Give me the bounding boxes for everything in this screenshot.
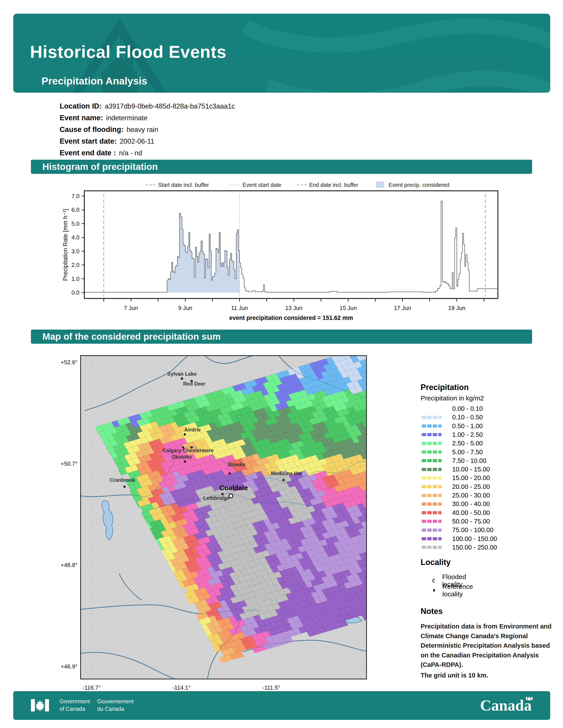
section-histogram-title: Histogram of precipitation (31, 160, 532, 174)
legend-swatch-icon (422, 442, 446, 445)
city-label: Okotoks (171, 454, 192, 460)
city-label: Coaldale (219, 484, 248, 492)
x-tick-label: 13 Jun (285, 305, 303, 311)
hist-legend-label: End date incl. buffer (309, 182, 358, 188)
page-title: Historical Flood Events (30, 42, 226, 62)
canada-wordmark: Canada (480, 696, 533, 714)
report-header: Historical Flood Events Precipitation An… (13, 14, 550, 93)
legend-range-label: 2.50 - 5.00 (452, 440, 483, 447)
notes-title: Notes (421, 607, 443, 616)
legend-range-label: 0.00 - 0.10 (452, 405, 483, 412)
x-tick-label: 15 Jun (340, 305, 357, 311)
meta-value: a3917db9-0beb-485d-828a-ba751c3aaa1c (105, 102, 235, 110)
legend-range-label: 10.00 - 15.00 (452, 466, 490, 473)
map-legend-entry: 15.00 - 20.00 (422, 474, 490, 482)
footer-gov-en: Government of Canada (60, 698, 90, 713)
legend-range-label: 1.00 - 2.50 (452, 431, 483, 438)
meta-row: Cause of flooding:heavy rain (60, 125, 158, 134)
map-legend-entry: 0.50 - 1.00 (422, 422, 483, 430)
lon-tick-label: -111.5° (262, 684, 280, 691)
x-tick-label: 9 Jun (178, 305, 192, 311)
legend-range-label: 5.00 - 7.50 (452, 448, 483, 456)
legend-range-label: 150.00 - 250.00 (452, 544, 497, 551)
reference-locality-marker (283, 479, 285, 481)
reference-locality-icon (432, 588, 435, 593)
legend-swatch-icon (422, 450, 446, 454)
y-axis-label: Precipitation Rate [mm h⁻¹] (62, 209, 69, 281)
legend-range-label: 100.00 - 150.00 (452, 535, 497, 542)
footer-gov-fr: Gouvernement du Canada (97, 698, 133, 713)
legend-swatch-icon (422, 433, 446, 436)
lat-tick-label: +48.8° (61, 562, 77, 568)
legend-swatch-icon (422, 468, 446, 471)
legend-range-label: 50.00 - 75.00 (452, 518, 490, 525)
locality-label: Reference locality (443, 583, 475, 598)
meta-row: Event name:indeterminate (60, 114, 147, 122)
meta-row: Location ID:a3917db9-0beb-485d-828a-ba75… (60, 102, 235, 110)
y-tick-label: 1.0 (71, 276, 79, 282)
locality-entry: Reference locality (432, 583, 475, 598)
legend-range-label: 25.00 - 30.00 (452, 492, 490, 499)
city-label: Sylvan Lake (167, 371, 197, 377)
y-tick-label: 4.0 (71, 234, 79, 241)
meta-label: Event name: (60, 114, 103, 122)
reference-locality-marker (190, 446, 193, 449)
legend-swatch-icon (422, 511, 446, 514)
reference-locality-marker (184, 433, 186, 436)
city-label: Red Deer (183, 381, 205, 387)
reference-locality-marker (221, 493, 224, 495)
map-legend-entry: 40.00 - 50.00 (422, 509, 490, 516)
map-legend-entry: 5.00 - 7.50 (422, 448, 483, 456)
canada-flag-icon (29, 697, 53, 715)
meta-value: n/a - nd (119, 149, 142, 157)
precipitation-map: +52.6°+50.7°+48.8°+46.9°-116.7°-114.1°-1… (51, 344, 395, 693)
legend-swatch-icon (422, 477, 446, 480)
meta-label: Event start date: (60, 137, 117, 145)
city-label: Airdrie (184, 427, 201, 433)
y-tick-label: 3.0 (71, 248, 79, 255)
hist-legend-label: Start date incl. buffer (158, 182, 209, 188)
wordmark-flag-icon (526, 696, 533, 700)
city-label: Calgary Chestermere (162, 448, 213, 453)
lat-tick-label: +52.6° (61, 359, 77, 366)
map-legend-title: Precipitation (421, 383, 469, 392)
y-tick-label: 5.0 (71, 220, 79, 227)
legend-swatch-icon (422, 546, 446, 549)
report-footer: Government of Canada Gouvernement du Can… (13, 691, 550, 720)
hist-legend-label: Event precip. considered (389, 182, 449, 188)
x-tick-label: 7 Jun (124, 305, 138, 311)
reference-locality-marker (184, 460, 186, 463)
legend-range-label: 15.00 - 20.00 (452, 474, 490, 482)
legend-range-label: 0.10 - 0.50 (452, 414, 483, 421)
city-label: Cranbrook (110, 477, 135, 483)
legend-range-label: 7.50 - 10.00 (452, 457, 486, 464)
map-legend-entry: 1.00 - 2.50 (422, 431, 483, 438)
map-legend-entry: 30.00 - 40.00 (422, 500, 490, 508)
map-legend-entry: 100.00 - 150.00 (422, 535, 497, 542)
grid-note: The grid unit is 10 km. (421, 671, 553, 680)
legend-swatch-icon (422, 459, 446, 462)
y-tick-label: 0.0 (71, 289, 79, 296)
y-tick-label: 2.0 (71, 262, 79, 268)
legend-range-label: 0.50 - 1.00 (452, 422, 483, 430)
legend-patch-icon (376, 182, 384, 188)
lat-tick-label: +46.9° (61, 663, 77, 670)
meta-label: Location ID: (60, 102, 102, 110)
meta-row: Event end date :n/a - nd (60, 149, 142, 157)
legend-range-label: 40.00 - 50.00 (452, 509, 490, 516)
x-tick-label: 11 Jun (231, 305, 248, 311)
flooded-locality-marker (229, 494, 233, 498)
legend-swatch-icon (422, 416, 446, 419)
legend-range-label: 20.00 - 25.00 (452, 483, 490, 490)
legend-swatch-icon (422, 537, 446, 540)
meta-value: indeterminate (106, 114, 147, 122)
legend-swatch-icon (422, 529, 446, 532)
plot-frame (84, 191, 498, 298)
lon-tick-label: -114.1° (172, 684, 190, 691)
reference-locality-marker (181, 377, 183, 380)
legend-swatch-icon (422, 424, 446, 428)
precipitation-histogram: Start date incl. bufferEvent start dateE… (55, 176, 519, 326)
x-tick-label: 17 Jun (394, 305, 411, 311)
map-legend-entry: 25.00 - 30.00 (422, 492, 490, 499)
meta-row: Event start date:2002-06-11 (60, 137, 154, 145)
